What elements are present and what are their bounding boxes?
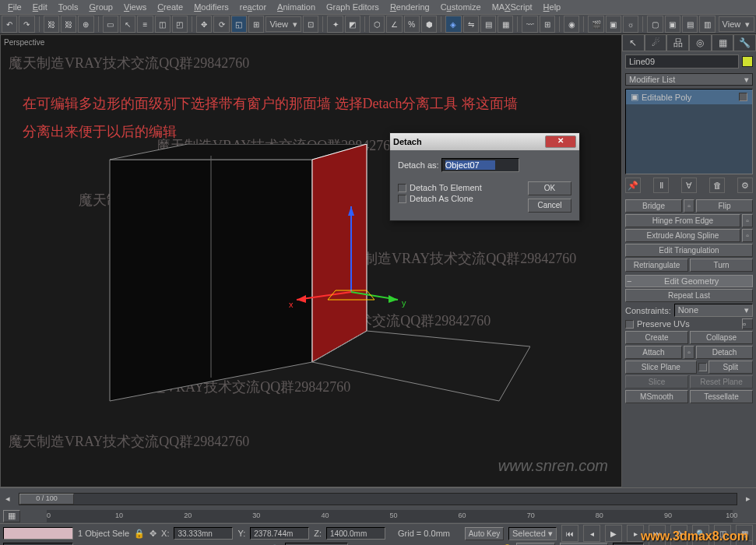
split-checkbox[interactable] <box>698 363 707 371</box>
prev-frame-icon[interactable]: ◂ <box>583 525 600 542</box>
preserve-uv-checkbox[interactable] <box>625 320 634 329</box>
tessellate-button[interactable]: Tessellate <box>690 390 753 403</box>
detach-button[interactable]: Detach <box>696 346 753 359</box>
named-sel-icon[interactable]: ◈ <box>445 16 461 33</box>
layers-icon[interactable]: ▦ <box>498 16 513 33</box>
mirror-icon[interactable]: ⇋ <box>463 16 479 33</box>
constraints-dropdown[interactable]: None▾ <box>674 304 753 317</box>
menu-views[interactable]: Views <box>119 1 151 13</box>
pivot-icon[interactable]: ⊡ <box>303 16 318 33</box>
time-next-icon[interactable]: ▸ <box>740 494 756 504</box>
snap-icon[interactable]: ⬡ <box>369 16 385 33</box>
render-scene-icon[interactable]: 🎬 <box>588 16 603 33</box>
menu-help[interactable]: Help <box>539 1 566 13</box>
percent-snap-icon[interactable]: % <box>404 16 420 33</box>
time-slider[interactable]: 0 / 100 <box>19 493 737 505</box>
object-name-field[interactable]: Line09 <box>625 54 739 69</box>
menu-rendering[interactable]: Rendering <box>385 1 434 13</box>
modifier-editable-poly[interactable]: ▣ Editable Poly <box>626 90 752 104</box>
modifier-toggle[interactable] <box>739 93 747 101</box>
collapse-button[interactable]: Collapse <box>690 331 753 344</box>
menu-create[interactable]: Create <box>153 1 188 13</box>
time-config-icon[interactable]: ⏱ <box>649 540 666 545</box>
refcoord-icon[interactable]: ⊞ <box>248 16 264 33</box>
link-icon[interactable]: ⛓ <box>44 16 59 33</box>
angle-snap-icon[interactable]: ∠ <box>386 16 402 33</box>
script-listener[interactable] <box>3 527 73 540</box>
quick-render-icon[interactable]: ☼ <box>623 16 638 33</box>
menu-customize[interactable]: Customize <box>436 1 486 13</box>
keyfilters-button[interactable]: Key Filters... <box>560 543 608 546</box>
tab-motion-icon[interactable]: ◎ <box>689 34 712 51</box>
show-end-icon[interactable]: Ⅱ <box>653 178 669 193</box>
modifier-stack[interactable]: ▣ Editable Poly <box>625 89 753 174</box>
spinner-snap-icon[interactable]: ⬢ <box>421 16 437 33</box>
setkey-button[interactable]: Set Key <box>516 543 555 546</box>
hinge-settings-icon[interactable]: ▫ <box>742 214 753 227</box>
material-icon[interactable]: ◉ <box>564 16 579 33</box>
z-coord-input[interactable]: 1400.0mm <box>326 527 385 540</box>
create-button[interactable]: Create <box>625 331 688 344</box>
trackbar-toggle-icon[interactable]: ▦ <box>3 510 20 522</box>
undo-icon[interactable]: ↶ <box>2 16 17 33</box>
remove-mod-icon[interactable]: 🗑 <box>709 178 725 193</box>
slice-button[interactable]: Slice <box>625 375 688 389</box>
menu-tools[interactable]: Tools <box>54 1 83 13</box>
extrude-settings-icon[interactable]: ▫ <box>742 229 753 242</box>
detach-element-checkbox[interactable] <box>398 184 406 192</box>
close-icon[interactable]: ✕ <box>545 135 576 148</box>
unlink-icon[interactable]: ⛓ <box>61 16 76 33</box>
manip-icon[interactable]: ✦ <box>327 16 343 33</box>
coord-dropdown[interactable]: View▾ <box>265 16 301 32</box>
attach-button[interactable]: Attach <box>625 346 682 359</box>
menu-maxscript[interactable]: MAXScript <box>487 1 537 13</box>
nav-zoomall-icon[interactable]: ▦ <box>736 525 753 542</box>
nav-max-icon[interactable]: ▣ <box>736 540 753 545</box>
pin-stack-icon[interactable]: 📌 <box>625 178 641 193</box>
nav-dolly-icon[interactable]: ◎ <box>692 540 709 545</box>
bind-icon[interactable]: ⊕ <box>78 16 93 33</box>
menu-file[interactable]: File <box>3 1 26 13</box>
goto-end-icon[interactable]: ⏭ <box>649 525 666 542</box>
expand-icon[interactable]: ▣ <box>631 92 638 102</box>
select-name-icon[interactable]: ≡ <box>137 16 153 33</box>
cancel-button[interactable]: Cancel <box>528 199 571 213</box>
menu-reactor[interactable]: reactor <box>235 1 271 13</box>
modifier-list-dropdown[interactable]: Modifier List▾ <box>625 73 753 86</box>
menu-edit[interactable]: Edit <box>28 1 52 13</box>
menu-animation[interactable]: Animation <box>273 1 320 13</box>
bridge-button[interactable]: Bridge <box>625 199 682 213</box>
bridge-settings-icon[interactable]: ▫ <box>684 199 694 213</box>
keymode-dropdown[interactable]: Selected▾ <box>508 527 557 540</box>
align-icon[interactable]: ▤ <box>480 16 496 33</box>
x-coord-input[interactable]: 33.333mn <box>174 527 233 540</box>
object-color-swatch[interactable] <box>742 56 753 67</box>
select-region-icon[interactable]: ◫ <box>155 16 171 33</box>
menu-group[interactable]: Group <box>84 1 118 13</box>
slice-plane-button[interactable]: Slice Plane <box>625 360 697 374</box>
keyboard-icon[interactable]: ◩ <box>345 16 360 33</box>
tab-utilities-icon[interactable]: 🔧 <box>733 34 756 51</box>
preserve-uv-settings-icon[interactable]: ▫ <box>742 318 753 329</box>
transform-type-icon[interactable]: ✥ <box>149 529 156 539</box>
detach-clone-checkbox[interactable] <box>398 195 406 203</box>
rollout-header-editgeom[interactable]: −Edit Geometry <box>625 275 753 287</box>
nav-zoom-icon[interactable]: 🔍 <box>692 525 709 542</box>
lock-icon[interactable]: 🔒 <box>134 529 145 539</box>
menu-modifiers[interactable]: Modifiers <box>189 1 234 13</box>
render-frame-icon[interactable]: ▣ <box>606 16 621 33</box>
split-button[interactable]: Split <box>709 360 753 374</box>
tab-create-icon[interactable]: ↖ <box>622 34 645 51</box>
ok-button[interactable]: OK <box>528 181 571 195</box>
flip-button[interactable]: Flip <box>696 199 753 213</box>
extrude-spline-button[interactable]: Extrude Along Spline <box>625 229 740 242</box>
attach-settings-icon[interactable]: ▫ <box>684 346 694 359</box>
scale-icon[interactable]: ◱ <box>231 16 247 33</box>
viewport[interactable]: Perspective 在可编辑多边形的面级别下选择带有窗户的那面墙 选择Det… <box>0 34 622 487</box>
view-dropdown[interactable]: View▾ <box>719 16 755 32</box>
schematic-icon[interactable]: ⊞ <box>540 16 555 33</box>
unique-icon[interactable]: ∀ <box>681 178 697 193</box>
configure-icon[interactable]: ⚙ <box>737 178 753 193</box>
move-icon[interactable]: ✥ <box>196 16 212 33</box>
nav-orbit-icon[interactable]: ⟲ <box>670 540 687 545</box>
